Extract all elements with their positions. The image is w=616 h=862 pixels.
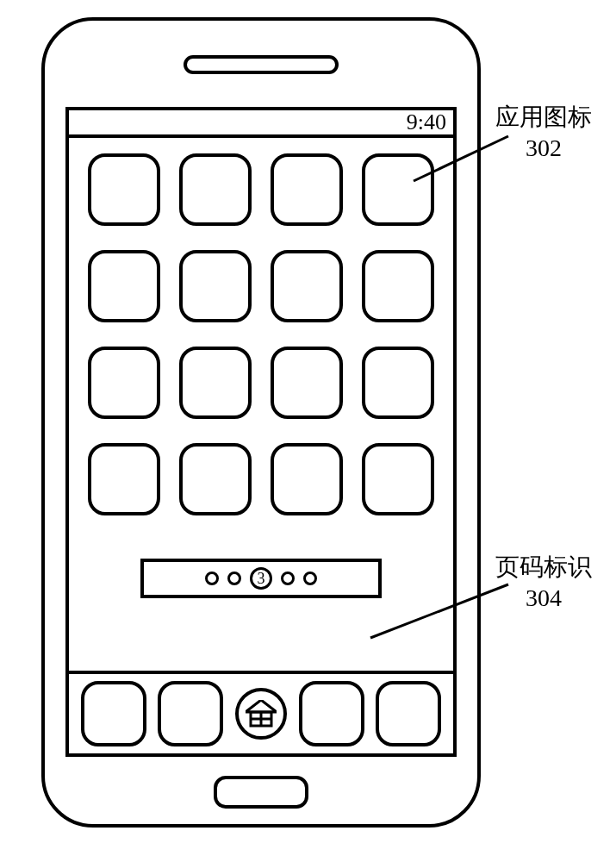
app-icon[interactable] (362, 347, 434, 419)
dock-app-icon[interactable] (81, 681, 146, 746)
app-icon[interactable] (271, 443, 343, 515)
callout-label: 页码标识 (495, 553, 592, 580)
svg-line-4 (414, 136, 508, 181)
app-icon[interactable] (88, 443, 160, 515)
dock-app-icon[interactable] (299, 681, 364, 746)
page-dot[interactable] (227, 572, 241, 585)
home-button[interactable] (214, 776, 308, 809)
callout-ref: 302 (495, 133, 592, 164)
dock (69, 671, 453, 753)
house-icon (246, 700, 277, 728)
app-icon[interactable] (88, 347, 160, 419)
page-indicator[interactable]: 3 (140, 559, 382, 598)
app-row (69, 250, 453, 322)
callout-label: 应用图标 (495, 103, 592, 130)
dock-app-icon[interactable] (158, 681, 223, 746)
app-row (69, 153, 453, 226)
app-icon[interactable] (179, 443, 252, 515)
callout-ref: 304 (495, 583, 592, 614)
callout-app-icon: 应用图标 302 (495, 102, 592, 165)
page-current-label: 3 (258, 571, 265, 586)
svg-marker-0 (246, 700, 277, 712)
page-dot[interactable] (205, 572, 219, 585)
dock-app-icon[interactable] (376, 681, 441, 746)
page-current[interactable]: 3 (250, 567, 272, 590)
app-icon[interactable] (88, 250, 160, 322)
page-dot[interactable] (303, 572, 317, 585)
svg-line-5 (370, 584, 508, 638)
app-row (69, 347, 453, 419)
app-icon[interactable] (179, 250, 252, 322)
callout-page-indicator: 页码标识 304 (495, 552, 592, 615)
speaker-slot (184, 55, 339, 74)
app-icon[interactable] (362, 250, 434, 322)
page-dot[interactable] (281, 572, 295, 585)
app-icon[interactable] (179, 153, 252, 226)
status-bar: 9:40 (69, 110, 453, 138)
app-icon[interactable] (362, 443, 434, 515)
content-area: 3 (69, 138, 453, 753)
home-app[interactable] (235, 688, 287, 740)
app-grid (69, 138, 453, 540)
screen: 9:40 (65, 107, 457, 757)
app-row (69, 443, 453, 515)
app-icon[interactable] (179, 347, 252, 419)
app-icon[interactable] (88, 153, 160, 226)
app-icon[interactable] (271, 153, 343, 226)
app-icon[interactable] (271, 250, 343, 322)
app-icon[interactable] (271, 347, 343, 419)
